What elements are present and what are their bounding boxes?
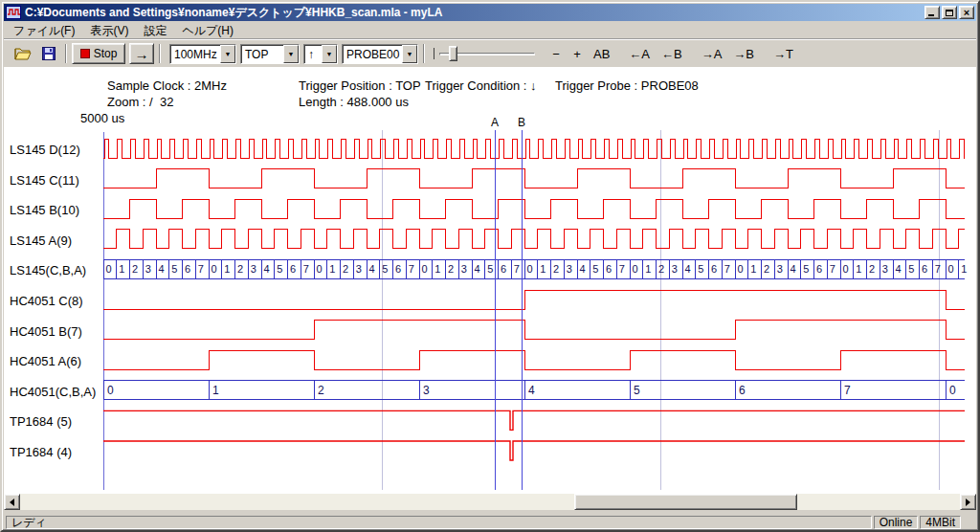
dropdown-arrow-icon: ▼	[283, 45, 299, 63]
stop-label: Stop	[94, 47, 118, 60]
status-memory: 4MBit	[920, 516, 961, 529]
bus-value: 1	[329, 263, 335, 275]
signal-trace	[103, 230, 965, 249]
menu-item-help[interactable]: ヘルプ(H)	[174, 22, 241, 40]
bus-value: 3	[423, 384, 430, 397]
menu-item-file[interactable]: ファイル(F)	[6, 22, 82, 40]
goto-trigger-button[interactable]: →T	[768, 43, 798, 64]
bus-value: 4	[475, 263, 480, 275]
trigger-position-value: TOP	[241, 45, 283, 63]
bus-value: 3	[145, 263, 151, 275]
signal-trace	[103, 139, 965, 158]
trigger-edge-value: ↑	[304, 45, 322, 63]
bus-value: 0	[738, 263, 744, 275]
bus-value: 1	[645, 263, 651, 275]
signal-trace	[103, 169, 965, 188]
bus-value: 6	[501, 263, 506, 275]
bus-value: 6	[711, 263, 717, 275]
menu-item-settings[interactable]: 設定	[136, 22, 174, 40]
bus-value: 2	[764, 263, 769, 275]
bus-value: 2	[318, 384, 324, 397]
close-icon: ×	[964, 8, 969, 17]
bus-value: 2	[237, 263, 243, 275]
dropdown-arrow-icon: ▼	[220, 45, 235, 63]
bus-value: 0	[843, 263, 849, 275]
bus-value: 6	[816, 263, 822, 275]
dropdown-arrow-icon: ▼	[322, 45, 337, 63]
status-online: Online	[874, 516, 919, 529]
slider-thumb[interactable]	[449, 46, 457, 61]
bus-value: 2	[132, 263, 138, 275]
signal-trace	[103, 441, 965, 460]
bus-value: 4	[896, 263, 902, 275]
bus-value: 3	[356, 263, 362, 275]
bus-value: 7	[724, 263, 730, 275]
minimize-button[interactable]	[924, 6, 940, 19]
bus-value: 5	[698, 263, 703, 275]
bus-value: 7	[198, 263, 204, 275]
zoom-slider[interactable]	[434, 43, 537, 64]
bus-value: 6	[185, 263, 190, 275]
scroll-left-button[interactable]	[4, 494, 20, 510]
bus-value: 7	[844, 384, 851, 397]
bus-value: 0	[949, 384, 956, 397]
bus-value: 1	[856, 263, 861, 275]
app-icon	[6, 6, 21, 19]
goto-marker-b-button[interactable]: ←B	[657, 43, 687, 64]
bus-value: 2	[343, 263, 348, 275]
bus-value: 1	[961, 263, 967, 275]
status-ready: レディ	[6, 516, 872, 529]
scrollbar-thumb[interactable]	[574, 494, 797, 510]
run-button[interactable]: →	[129, 43, 154, 64]
bus-value: 3	[567, 263, 572, 275]
bus-value: 5	[487, 263, 493, 275]
stop-button[interactable]: Stop	[72, 43, 125, 64]
close-button[interactable]: ×	[959, 6, 974, 19]
horizontal-scrollbar[interactable]	[4, 494, 976, 510]
stop-icon	[80, 49, 90, 58]
window-controls: ×	[924, 6, 974, 19]
bus-value: 0	[317, 263, 323, 275]
waveform-canvas: 0123456701234567012345670123456701234567…	[4, 67, 976, 494]
scrollbar-track[interactable]	[20, 494, 960, 510]
toolbar-separator	[159, 44, 161, 63]
menu-item-view[interactable]: 表示(V)	[82, 22, 136, 40]
maximize-button[interactable]	[942, 6, 957, 19]
app-window: C:¥Documents and Settings¥noname¥デスクトップ¥…	[0, 0, 980, 532]
zoom-out-button[interactable]: −	[546, 43, 566, 64]
toolbar: Stop → 100MHz ▼ TOP ▼ ↑ ▼ PROBE00 ▼ − + …	[4, 39, 976, 67]
zoom-in-button[interactable]: +	[568, 43, 587, 64]
goto-marker-a-button[interactable]: ←A	[624, 43, 655, 64]
maximize-icon	[946, 10, 953, 16]
bus-value: 0	[212, 263, 217, 275]
scroll-right-button[interactable]	[960, 494, 976, 510]
marker-label-b: B	[518, 116, 525, 129]
bus-value: 5	[171, 263, 177, 275]
trigger-position-select[interactable]: TOP ▼	[240, 44, 300, 64]
trigger-probe-select[interactable]: PROBE00 ▼	[342, 44, 418, 64]
set-marker-b-button[interactable]: →B	[728, 43, 759, 64]
save-button[interactable]	[37, 43, 60, 64]
open-button[interactable]	[10, 43, 37, 64]
titlebar: C:¥Documents and Settings¥noname¥デスクトップ¥…	[4, 4, 976, 21]
bus-value: 5	[592, 263, 598, 275]
toolbar-separator	[423, 44, 425, 63]
trigger-edge-select[interactable]: ↑ ▼	[303, 44, 338, 64]
sample-clock-select[interactable]: 100MHz ▼	[169, 44, 236, 64]
bus-value: 3	[251, 263, 256, 275]
set-marker-a-button[interactable]: →A	[697, 43, 727, 64]
bus-value: 4	[685, 263, 691, 275]
bus-value: 5	[803, 263, 809, 275]
bus-value: 1	[224, 263, 230, 275]
bus-value: 6	[290, 263, 296, 275]
bus-value: 6	[606, 263, 612, 275]
statusbar-corner	[963, 516, 974, 530]
ab-button[interactable]: AB	[589, 43, 614, 64]
bus-value: 0	[527, 263, 533, 275]
marker-label-a: A	[491, 116, 499, 129]
bus-value: 4	[580, 263, 586, 275]
bus-value: 6	[395, 263, 401, 275]
bus-value: 0	[948, 263, 954, 275]
bus-value: 6	[739, 384, 746, 397]
bus-value: 2	[658, 263, 664, 275]
